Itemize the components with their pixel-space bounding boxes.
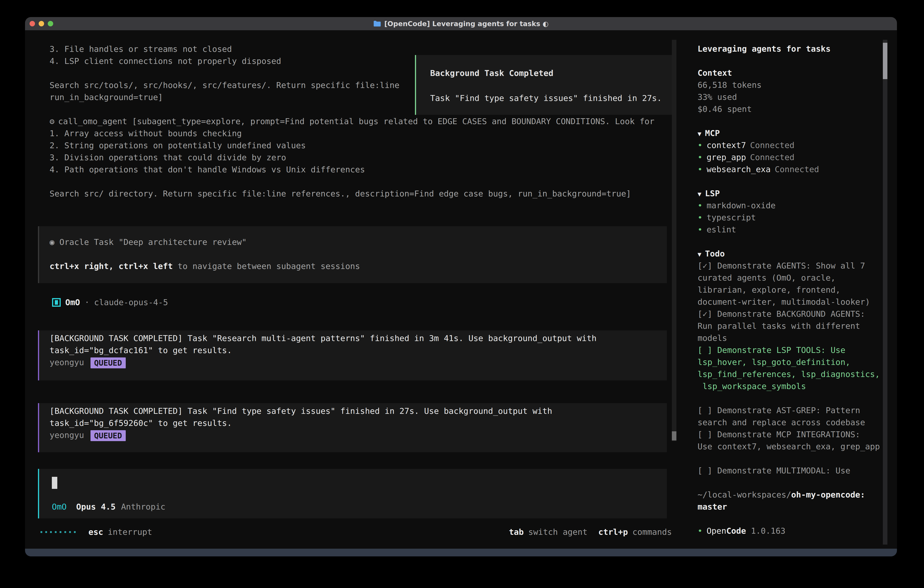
- gear-icon: ⚙: [50, 117, 54, 126]
- todo-item-done: [✓] Demonstrate BACKGROUND AGENTS:: [698, 308, 889, 320]
- todo-item-pending: [ ] Demonstrate AST-GREP: Pattern: [698, 404, 889, 416]
- close-button[interactable]: [30, 21, 35, 26]
- tab-key: tab: [509, 527, 524, 537]
- hint-shortcuts: ctrl+x right, ctrl+x left: [50, 261, 173, 271]
- background-task-toast: Background Task Completed Task "Find typ…: [415, 55, 673, 115]
- tab-label: switch agent: [528, 527, 587, 537]
- active-agent-label: OmO: [52, 501, 67, 513]
- lsp-section-header[interactable]: ▼LSP: [698, 187, 889, 200]
- task-author: yeongyu: [50, 358, 84, 367]
- folder-icon: [373, 20, 381, 27]
- status-dot-icon: •: [698, 165, 703, 174]
- todo-item-active: lsp_hover, lsp_goto_definition,: [698, 356, 889, 368]
- terminal-line: 3. Division operations that could divide…: [50, 152, 654, 164]
- todo-item-active: lsp_workspace_symbols: [698, 380, 889, 392]
- status-dot-icon: •: [698, 153, 703, 162]
- input-meta: OmO Opus 4.5 Anthropic: [52, 501, 165, 513]
- todo-item-pending: [ ] Demonstrate MULTIMODAL: Use: [698, 464, 889, 477]
- git-branch: master: [698, 501, 889, 513]
- chevron-down-icon: ▼: [698, 130, 701, 137]
- task-message-meta: yeongyuQUEUED: [50, 429, 667, 441]
- traffic-lights: [30, 17, 53, 30]
- task-message-line: task_id="bg_6f59260c" to get results.: [50, 417, 667, 429]
- todo-item-pending: [ ] Demonstrate MCP INTEGRATIONS:: [698, 428, 889, 441]
- mcp-section-header[interactable]: ▼MCP: [698, 127, 889, 139]
- desktop: { "titlebar": {"title": "[OpenCode] Leve…: [0, 0, 924, 588]
- queued-badge: QUEUED: [91, 357, 126, 368]
- commands-label: commands: [632, 527, 672, 537]
- esc-hint: esc interrupt: [88, 527, 152, 537]
- mcp-item: •grep_appConnected: [698, 151, 889, 163]
- context-heading: Context: [698, 67, 889, 79]
- todo-item-done: [✓] Demonstrate AGENTS: Show all 7: [698, 260, 889, 272]
- commands-hint: ctrl+p commands: [599, 527, 672, 537]
- toast-body: Task "Find type safety issues" finished …: [430, 92, 672, 104]
- oracle-task-box: ◉ Oracle Task "Deep architecture review"…: [38, 226, 667, 283]
- context-spent: $0.46 spent: [698, 103, 889, 115]
- text-cursor: [52, 477, 57, 489]
- queued-badge: QUEUED: [91, 430, 126, 441]
- context-used: 33% used: [698, 91, 889, 103]
- status-dot-icon: •: [698, 213, 703, 222]
- window-bottom-strip: [25, 549, 897, 557]
- hint-text: to navigate between subagent sessions: [173, 261, 360, 271]
- tool-call-text: call_omo_agent [subagent_type=explore, p…: [58, 117, 655, 126]
- mcp-item: •context7Connected: [698, 139, 889, 151]
- todo-item-done: document-writer, multimodal-looker): [698, 296, 889, 308]
- status-dot-icon: •: [698, 225, 703, 234]
- ctrl-p-key: ctrl+p: [599, 527, 628, 537]
- sidebar-scrollbar-track[interactable]: [883, 40, 888, 545]
- terminal-line: 4. Path operations that don't handle Win…: [50, 164, 654, 175]
- zoom-button[interactable]: [48, 21, 53, 26]
- version-number: 1.0.163: [746, 526, 785, 535]
- main-scrollbar-thumb[interactable]: [672, 431, 676, 441]
- todo-item-done: curated agents (OmO, oracle,: [698, 272, 889, 284]
- terminal-line: 1. Array access without bounds checking: [50, 127, 654, 139]
- workspace-path: ~/local-workspaces/oh-my-opencode:: [698, 489, 889, 501]
- agent-session-header: OmO · claude-opus-4-5: [52, 297, 168, 308]
- task-message-line: [BACKGROUND TASK COMPLETED] Task "Resear…: [50, 332, 667, 344]
- oracle-task-title: ◉ Oracle Task "Deep architecture review": [50, 236, 667, 248]
- busy-spinner-dots: [40, 531, 76, 533]
- task-message-line: [BACKGROUND TASK COMPLETED] Task "Find t…: [50, 405, 667, 417]
- todo-item-active: [ ] Demonstrate LSP TOOLS: Use: [698, 344, 889, 356]
- sidebar-scrollbar-thumb[interactable]: [883, 43, 888, 79]
- session-sidebar: Leveraging agents for tasks Context 66,5…: [698, 43, 889, 537]
- toast-title: Background Task Completed: [430, 67, 672, 79]
- todo-section-header[interactable]: ▼Todo: [698, 248, 889, 260]
- agent-name: OmO: [65, 297, 80, 308]
- lsp-item: •eslint: [698, 223, 889, 236]
- tool-call-line: ⚙call_omo_agent [subagent_type=explore, …: [50, 115, 654, 127]
- lsp-item: •markdown-oxide: [698, 200, 889, 211]
- agent-model: claude-opus-4-5: [94, 297, 168, 308]
- mcp-item: •websearch_exaConnected: [698, 163, 889, 175]
- prompt-input[interactable]: OmO Opus 4.5 Anthropic: [38, 469, 667, 519]
- context-tokens: 66,518 tokens: [698, 79, 889, 91]
- task-message-line: task_id="bg_dcfac161" to get results.: [50, 344, 667, 356]
- background-task-message: [BACKGROUND TASK COMPLETED] Task "Find t…: [38, 403, 667, 452]
- todo-item-pending: Use context7, websearch_exa, grep_app: [698, 441, 889, 453]
- status-dot-icon: •: [698, 140, 703, 150]
- provider-label: Anthropic: [121, 501, 165, 513]
- window-titlebar[interactable]: [OpenCode] Leveraging agents for tasks ◐: [25, 17, 897, 30]
- session-title: Leveraging agents for tasks: [698, 43, 889, 55]
- esc-key: esc: [88, 527, 103, 537]
- todo-item-done: models: [698, 332, 889, 344]
- status-bar: esc interrupt tab switch agent ctrl+p co…: [40, 526, 672, 538]
- terminal-line: 2. String operations on potentially unde…: [50, 139, 654, 152]
- record-icon: ◉: [50, 237, 54, 247]
- active-model-label: Opus 4.5: [76, 501, 116, 513]
- task-message-meta: yeongyuQUEUED: [50, 356, 667, 368]
- minimize-button[interactable]: [39, 21, 44, 26]
- separator-dot: ·: [84, 297, 89, 308]
- background-task-message: [BACKGROUND TASK COMPLETED] Task "Resear…: [38, 330, 667, 380]
- todo-item-done: librarian, explore, frontend,: [698, 284, 889, 296]
- main-scrollbar-track[interactable]: [672, 40, 676, 441]
- chevron-down-icon: ▼: [698, 190, 701, 198]
- todo-item-done: Run parallel tasks with different: [698, 320, 889, 332]
- agent-icon: [52, 298, 61, 307]
- status-dot-icon: •: [698, 201, 703, 210]
- esc-label: interrupt: [108, 527, 152, 537]
- window-title: [OpenCode] Leveraging agents for tasks ◐: [384, 20, 548, 28]
- version-line: •OpenCode 1.0.163: [698, 525, 889, 537]
